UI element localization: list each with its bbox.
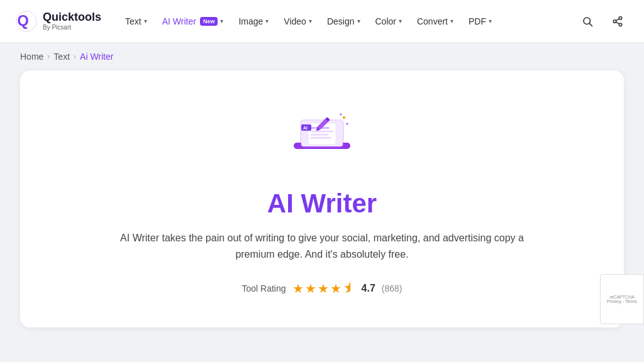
nav-item-ai-writer[interactable]: AI Writer New ▾ [156, 11, 230, 31]
star-3: ★ [318, 281, 329, 296]
rating-row: Tool Rating ★ ★ ★ ★ ⯨ 4.7 (868) [242, 281, 402, 296]
breadcrumb-current: Ai Writer [80, 52, 113, 62]
svg-point-24 [340, 114, 342, 116]
star-1: ★ [292, 281, 304, 296]
nav-item-pdf[interactable]: PDF ▾ [462, 11, 498, 31]
chevron-down-icon: ▾ [357, 18, 360, 25]
chevron-down-icon: ▾ [265, 18, 269, 25]
share-icon [612, 16, 623, 27]
logo[interactable]: Q Quicktools By Picsart [15, 10, 101, 33]
star-2: ★ [305, 281, 316, 296]
chevron-down-icon: ▾ [309, 18, 312, 25]
svg-text:Q: Q [18, 13, 29, 29]
rating-label: Tool Rating [242, 283, 286, 293]
logo-icon: Q [15, 10, 38, 33]
svg-rect-14 [311, 131, 333, 133]
ai-writer-illustration: AI [284, 108, 360, 171]
rating-count: (868) [382, 283, 402, 293]
page-title: AI Writer [267, 189, 377, 219]
svg-line-3 [589, 23, 592, 26]
star-5: ⯨ [343, 281, 355, 296]
search-button[interactable] [576, 10, 599, 33]
page-description: AI Writer takes the pain out of writing … [108, 230, 536, 262]
chevron-down-icon: ▾ [450, 18, 453, 25]
svg-point-23 [347, 123, 348, 125]
logo-main-text: Quicktools [43, 11, 101, 24]
chevron-down-icon: ▾ [144, 18, 147, 25]
star-4: ★ [330, 281, 341, 296]
chevron-down-icon: ▾ [399, 18, 402, 25]
header: Q Quicktools By Picsart Text ▾ AI Writer… [0, 0, 644, 43]
nav-item-convert[interactable]: Convert ▾ [411, 11, 460, 31]
nav-item-design[interactable]: Design ▾ [321, 11, 367, 31]
nav-item-video[interactable]: Video ▾ [277, 11, 318, 31]
chevron-down-icon: ▾ [489, 18, 492, 25]
search-icon [582, 16, 593, 27]
chevron-down-icon: ▾ [220, 18, 223, 25]
svg-rect-15 [311, 134, 328, 136]
main-content: AI AI Writer AI Writer takes the pain ou… [0, 70, 644, 348]
breadcrumb-sep-2: › [74, 52, 76, 61]
nav-item-image[interactable]: Image ▾ [232, 11, 275, 31]
breadcrumb-text[interactable]: Text [53, 52, 70, 62]
rating-value: 4.7 [362, 283, 375, 294]
nav: Text ▾ AI Writer New ▾ Image ▾ Video ▾ D… [119, 10, 629, 33]
share-button[interactable] [606, 10, 629, 33]
nav-item-text[interactable]: Text ▾ [119, 11, 153, 31]
svg-point-22 [343, 116, 345, 119]
logo-sub-text: By Picsart [43, 24, 101, 31]
star-rating: ★ ★ ★ ★ ⯨ [292, 281, 355, 296]
breadcrumb: Home › Text › Ai Writer [0, 43, 644, 70]
recaptcha[interactable]: reCAPTCHAPrivacy - Terms [600, 274, 644, 324]
new-badge: New [200, 17, 218, 26]
breadcrumb-home[interactable]: Home [20, 52, 43, 62]
svg-line-7 [616, 22, 619, 24]
nav-item-color[interactable]: Color ▾ [369, 11, 408, 31]
hero-card: AI AI Writer AI Writer takes the pain ou… [20, 70, 624, 327]
nav-icons [576, 10, 629, 33]
breadcrumb-sep-1: › [47, 52, 50, 61]
svg-line-8 [616, 18, 619, 20]
svg-text:AI: AI [303, 126, 308, 130]
svg-rect-16 [311, 137, 331, 139]
